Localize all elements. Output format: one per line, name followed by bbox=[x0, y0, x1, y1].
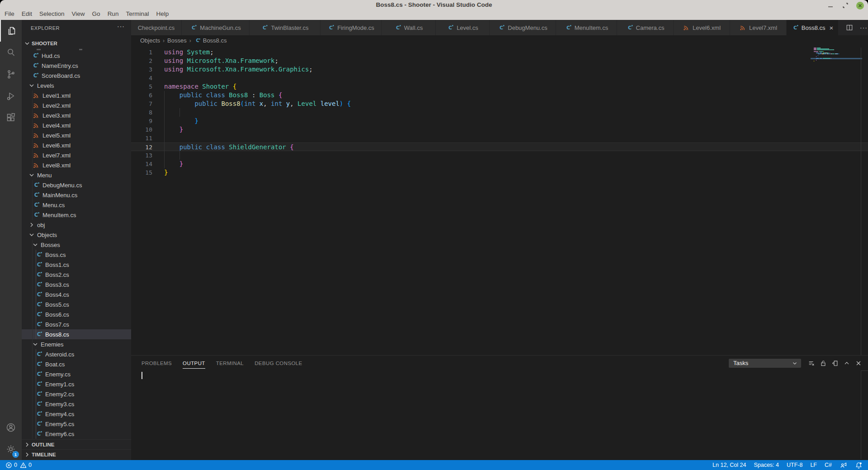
tree-item-asteroid-cs[interactable]: CAsteroid.cs bbox=[22, 349, 131, 359]
activity-run-debug[interactable] bbox=[0, 85, 22, 107]
file-tree: CHud.csCNameEntry.csCScoreBoard.csLevels… bbox=[22, 51, 131, 439]
output-channel-select[interactable]: Tasks bbox=[729, 359, 801, 368]
tab-close-icon[interactable]: × bbox=[829, 24, 833, 32]
tree-item-scoreboard-cs[interactable]: CScoreBoard.cs bbox=[22, 71, 131, 81]
tree-item-nameentry-cs[interactable]: CNameEntry.cs bbox=[22, 61, 131, 71]
tree-item-boss1-cs[interactable]: CBoss1.cs bbox=[22, 260, 131, 270]
tab-camera-cs[interactable]: CCamera.cs bbox=[617, 20, 674, 35]
status-spaces-4[interactable]: Spaces: 4 bbox=[754, 462, 779, 468]
tree-item-enemy2-cs[interactable]: CEnemy2.cs bbox=[22, 389, 131, 399]
tree-item-level8-xml[interactable]: Level8.xml bbox=[22, 160, 131, 170]
breadcrumb-file[interactable]: Boss8.cs bbox=[203, 37, 227, 44]
tab-twinblaster-cs[interactable]: CTwinBlaster.cs bbox=[250, 20, 321, 35]
tree-item-label: Boss5.cs bbox=[45, 301, 69, 308]
tree-item-level2-xml[interactable]: Level2.xml bbox=[22, 100, 131, 110]
menu-file[interactable]: File bbox=[1, 9, 18, 19]
tree-item-boss4-cs[interactable]: CBoss4.cs bbox=[22, 290, 131, 299]
tree-item-enemy5-cs[interactable]: CEnemy5.cs bbox=[22, 419, 131, 429]
tree-item-boss6-cs[interactable]: CBoss6.cs bbox=[22, 309, 131, 319]
menu-selection[interactable]: Selection bbox=[36, 9, 68, 19]
tree-item-boss2-cs[interactable]: CBoss2.cs bbox=[22, 270, 131, 280]
status-utf-8[interactable]: UTF-8 bbox=[787, 462, 802, 468]
menu-edit[interactable]: Edit bbox=[18, 9, 36, 19]
code-editor[interactable]: 1using System;2using Microsoft.Xna.Frame… bbox=[131, 46, 868, 355]
panel-tab-terminal[interactable]: TERMINAL bbox=[216, 356, 244, 370]
minimize-button[interactable] bbox=[826, 1, 835, 9]
tab-level7-xml[interactable]: Level7.xml bbox=[730, 20, 787, 35]
activity-source-control[interactable] bbox=[0, 63, 22, 85]
tree-item-bosses[interactable]: Bosses bbox=[22, 240, 131, 250]
tree-item-boat-cs[interactable]: CBoat.cs bbox=[22, 359, 131, 369]
tab-level6-xml[interactable]: Level6.xml bbox=[674, 20, 730, 35]
menu-run[interactable]: Run bbox=[104, 9, 123, 19]
menu-go[interactable]: Go bbox=[89, 9, 104, 19]
tree-item-enemy1-cs[interactable]: CEnemy1.cs bbox=[22, 379, 131, 389]
tree-item-boss5-cs[interactable]: CBoss5.cs bbox=[22, 299, 131, 309]
menu-help[interactable]: Help bbox=[152, 9, 172, 19]
menu-terminal[interactable]: Terminal bbox=[122, 9, 152, 19]
tree-item-boss7-cs[interactable]: CBoss7.cs bbox=[22, 319, 131, 329]
close-button[interactable] bbox=[856, 2, 864, 9]
status-c-[interactable]: C# bbox=[825, 462, 832, 468]
window-controls bbox=[826, 1, 864, 9]
tab-debugmenu-cs[interactable]: CDebugMenu.cs bbox=[490, 20, 556, 35]
tree-item-menuitem-cs[interactable]: CMenuItem.cs bbox=[22, 210, 131, 220]
section-header-outline[interactable]: OUTLINE bbox=[22, 439, 131, 449]
breadcrumb-item[interactable]: Bosses bbox=[167, 37, 187, 44]
tree-item-debugmenu-cs[interactable]: CDebugMenu.cs bbox=[22, 180, 131, 190]
tree-item-objects[interactable]: Objects bbox=[22, 230, 131, 240]
tree-item-level3-xml[interactable]: Level3.xml bbox=[22, 110, 131, 120]
panel-tab-output[interactable]: OUTPUT bbox=[183, 356, 205, 370]
tree-item-level1-xml[interactable]: Level1.xml bbox=[22, 90, 131, 100]
sidebar-more-actions[interactable]: ··· bbox=[117, 23, 125, 30]
tree-item-menu-cs[interactable]: CMenu.cs bbox=[22, 200, 131, 210]
tree-item-boss8-cs[interactable]: CBoss8.cs bbox=[22, 329, 131, 339]
status-warnings[interactable]: 0 bbox=[20, 462, 32, 469]
panel-tab-debug-console[interactable]: DEBUG CONSOLE bbox=[255, 356, 302, 370]
tree-item-boss3-cs[interactable]: CBoss3.cs bbox=[22, 280, 131, 290]
restore-button[interactable] bbox=[841, 1, 849, 9]
tab-machinegun-cs[interactable]: CMachineGun.cs bbox=[182, 20, 250, 35]
minimap[interactable] bbox=[811, 46, 868, 355]
section-header-shooter[interactable]: SHOOTER bbox=[22, 38, 131, 48]
tree-item-enemy4-cs[interactable]: CEnemy4.cs bbox=[22, 409, 131, 419]
status-errors[interactable]: 0 bbox=[5, 462, 17, 469]
menu-view[interactable]: View bbox=[68, 9, 89, 19]
tree-item-obj[interactable]: obj bbox=[22, 220, 131, 230]
tab-level-cs[interactable]: CLevel.cs bbox=[436, 20, 490, 35]
tree-item-level5-xml[interactable]: Level5.xml bbox=[22, 130, 131, 140]
activity-explorer[interactable] bbox=[0, 20, 22, 42]
activity-settings[interactable]: 1 bbox=[0, 438, 22, 460]
tree-item-enemies[interactable]: Enemies bbox=[22, 339, 131, 349]
status-lf[interactable]: LF bbox=[810, 462, 817, 468]
tab-firingmode-cs[interactable]: CFiringMode.cs bbox=[321, 20, 382, 35]
tree-item-enemy3-cs[interactable]: CEnemy3.cs bbox=[22, 399, 131, 409]
tree-item-level7-xml[interactable]: Level7.xml bbox=[22, 150, 131, 160]
panel-tab-problems[interactable]: PROBLEMS bbox=[142, 356, 172, 370]
tab-checkpoint-cs[interactable]: Checkpoint.cs bbox=[131, 20, 182, 35]
code-text: using Microsoft.Xna.Framework.Graphics; bbox=[164, 65, 313, 74]
tree-item-enemy6-cs[interactable]: CEnemy6.cs bbox=[22, 429, 131, 439]
breadcrumb-item[interactable]: Objects bbox=[140, 37, 160, 44]
activity-extensions[interactable] bbox=[0, 107, 22, 128]
tree-item-boss-cs[interactable]: CBoss.cs bbox=[22, 250, 131, 260]
tree-item-menu[interactable]: Menu bbox=[22, 170, 131, 180]
activity-search[interactable] bbox=[0, 42, 22, 63]
activity-account[interactable] bbox=[0, 417, 22, 438]
tree-item-level4-xml[interactable]: Level4.xml bbox=[22, 120, 131, 130]
tab-menuitem-cs[interactable]: CMenuItem.cs bbox=[556, 20, 617, 35]
tree-item-enemy-cs[interactable]: CEnemy.cs bbox=[22, 369, 131, 379]
csharp-file-icon: C bbox=[33, 181, 40, 189]
bottom-panel: PROBLEMSOUTPUTTERMINALDEBUG CONSOLE Task… bbox=[131, 355, 868, 460]
tree-item-levels[interactable]: Levels bbox=[22, 81, 131, 90]
tree-item-mainmenu-cs[interactable]: CMainMenu.cs bbox=[22, 190, 131, 200]
tab-wall-cs[interactable]: CWall.cs bbox=[382, 20, 436, 35]
csharp-file-icon: C bbox=[565, 24, 571, 31]
text-cursor bbox=[142, 372, 142, 379]
tab-boss8-cs[interactable]: CBoss8.cs× bbox=[787, 20, 839, 35]
section-header-timeline[interactable]: TIMELINE bbox=[22, 449, 131, 459]
tree-item-level6-xml[interactable]: Level6.xml bbox=[22, 140, 131, 150]
tree-item-hud-cs[interactable]: CHud.cs bbox=[22, 51, 131, 61]
editor-more-actions[interactable]: ··· bbox=[860, 24, 868, 31]
status-ln-12-col-24[interactable]: Ln 12, Col 24 bbox=[712, 462, 746, 468]
